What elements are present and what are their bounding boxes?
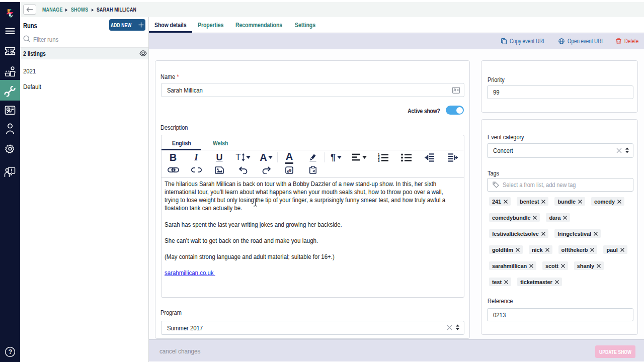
svg-text:9: 9 xyxy=(289,167,292,172)
svg-text:3: 3 xyxy=(378,159,380,162)
svg-text:?: ? xyxy=(9,348,13,355)
